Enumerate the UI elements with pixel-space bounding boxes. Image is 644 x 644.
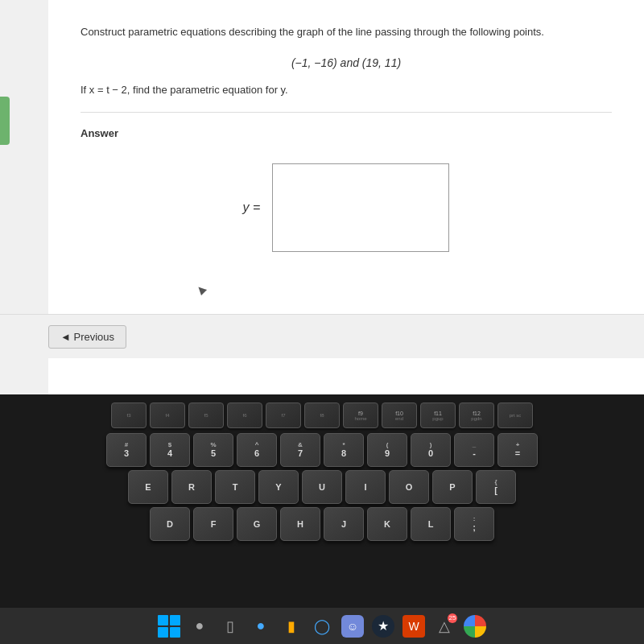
key-f10[interactable]: f10end	[382, 402, 417, 428]
key-semicolon[interactable]: :;	[454, 507, 494, 541]
y-equals-label: y =	[243, 200, 261, 215]
mouse-cursor	[196, 284, 207, 295]
camera-taskbar-icon[interactable]: ●	[250, 615, 272, 638]
key-5[interactable]: %5	[193, 433, 233, 467]
key-t[interactable]: T	[215, 470, 255, 504]
key-9[interactable]: (9	[367, 433, 407, 467]
key-o[interactable]: O	[389, 470, 429, 504]
key-minus[interactable]: _-	[454, 433, 494, 467]
chrome-taskbar-icon[interactable]	[464, 615, 486, 638]
answer-input-box[interactable]	[272, 163, 449, 252]
key-4[interactable]: $4	[150, 433, 190, 467]
key-i[interactable]: I	[345, 470, 386, 504]
key-8[interactable]: *8	[324, 433, 364, 467]
key-r[interactable]: R	[171, 470, 212, 504]
file-taskbar-icon[interactable]: ▯	[219, 615, 242, 638]
keyboard-area: f3 f4 f5 f6 f7 f8 f9home f10end f11pgup …	[0, 394, 644, 608]
key-g[interactable]: G	[237, 507, 277, 541]
left-tab	[0, 97, 10, 145]
key-f12[interactable]: f12pgdn	[459, 402, 494, 428]
key-k[interactable]: K	[367, 507, 407, 541]
key-f6[interactable]: f6	[227, 402, 262, 428]
key-7[interactable]: &7	[280, 433, 320, 467]
previous-button[interactable]: ◄ Previous	[48, 325, 126, 349]
key-open-bracket[interactable]: {[	[476, 470, 516, 504]
question-text: Construct parametric equations describin…	[80, 24, 612, 40]
key-l[interactable]: L	[411, 507, 451, 541]
key-6[interactable]: ^6	[237, 433, 277, 467]
search-taskbar-icon[interactable]: ●	[188, 615, 211, 638]
divider	[80, 112, 612, 113]
folder-taskbar-icon[interactable]: ▮	[280, 615, 303, 638]
key-f[interactable]: F	[193, 507, 233, 541]
taskbar: ● ▯ ● ▮ ◯ ☺ ★ W △ 25	[0, 608, 644, 644]
key-f11[interactable]: f11pgup	[420, 402, 456, 428]
key-f9[interactable]: f9home	[343, 402, 378, 428]
screen-area: Construct parametric equations describin…	[0, 0, 644, 394]
discord-taskbar-icon[interactable]: ☺	[341, 615, 364, 638]
bottom-bar: ◄ Previous	[0, 314, 644, 358]
key-f7[interactable]: f7	[266, 402, 301, 428]
condition-text: If x = t − 2, find the parametric equati…	[80, 84, 612, 96]
key-0[interactable]: )0	[411, 433, 451, 467]
steam-taskbar-icon[interactable]: ★	[372, 615, 394, 638]
answer-row: y =	[80, 163, 612, 252]
fn-key-row: f3 f4 f5 f6 f7 f8 f9home f10end f11pgup …	[0, 402, 644, 428]
letter-row-1: E R T Y U I O P {[	[0, 470, 644, 504]
browser-taskbar-icon[interactable]: ◯	[311, 615, 333, 638]
key-d[interactable]: D	[150, 507, 190, 541]
windows-start-icon[interactable]	[158, 615, 180, 638]
key-y[interactable]: Y	[258, 470, 299, 504]
notification-icon[interactable]: △ 25	[433, 615, 456, 638]
answer-label: Answer	[80, 127, 612, 139]
key-f3[interactable]: f3	[111, 402, 147, 428]
key-f5[interactable]: f5	[188, 402, 224, 428]
key-e[interactable]: E	[128, 470, 168, 504]
office-taskbar-icon[interactable]: W	[402, 615, 425, 638]
key-f4[interactable]: f4	[150, 402, 185, 428]
letter-row-2: D F G H J K L :;	[0, 507, 644, 541]
key-prtsc[interactable]: prt sc	[497, 402, 533, 428]
number-key-row: #3 $4 %5 ^6 &7 *8 (9 )0 _- +=	[0, 433, 644, 467]
key-equals[interactable]: +=	[497, 433, 538, 467]
key-3[interactable]: #3	[106, 433, 147, 467]
key-j[interactable]: J	[324, 507, 364, 541]
notification-badge: 25	[448, 613, 457, 623]
key-h[interactable]: H	[280, 507, 320, 541]
points-text: (−1, −16) and (19, 11)	[80, 56, 612, 69]
key-f8[interactable]: f8	[304, 402, 340, 428]
key-u[interactable]: U	[302, 470, 342, 504]
key-p[interactable]: P	[432, 470, 473, 504]
